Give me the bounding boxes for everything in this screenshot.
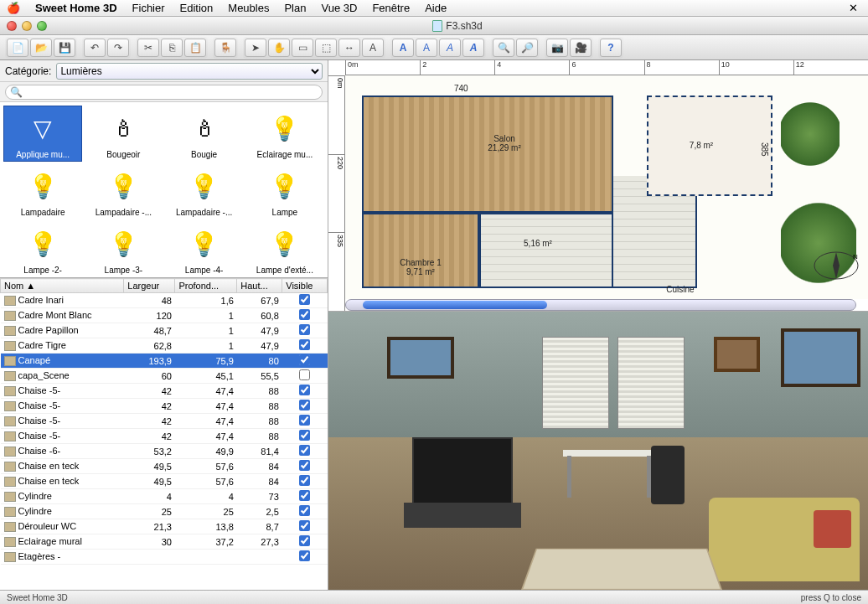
new-button[interactable]: 📄 bbox=[7, 39, 28, 57]
table-header[interactable]: Haut... bbox=[237, 279, 282, 293]
catalog-item[interactable]: 💡Lampe -3- bbox=[84, 221, 163, 277]
table-row[interactable]: Cylindre25252,5 bbox=[1, 504, 328, 519]
plan-view[interactable]: 0m24681012 0m220335 740 385 Salon21,29 m… bbox=[328, 60, 868, 312]
visible-checkbox[interactable] bbox=[299, 535, 310, 546]
apple-icon[interactable]: 🍎 bbox=[7, 2, 20, 14]
visible-checkbox[interactable] bbox=[299, 369, 310, 380]
zoom-out-button[interactable]: 🔎 bbox=[516, 39, 538, 57]
text-tool[interactable]: A bbox=[362, 39, 384, 57]
add-furniture-button[interactable]: 🪑 bbox=[214, 39, 236, 57]
category-select[interactable]: Lumières bbox=[56, 63, 323, 80]
table-row[interactable]: Cadre Inari481,667,9 bbox=[1, 293, 328, 308]
open-button[interactable]: 📂 bbox=[30, 39, 52, 57]
plan-canvas[interactable]: 740 385 Salon21,29 m² Chambre 19,71 m² 5… bbox=[345, 75, 868, 299]
catalog-thumb-icon: 💡 bbox=[261, 224, 308, 264]
plan-scrollbar-h[interactable] bbox=[345, 299, 856, 311]
furniture-table[interactable]: Nom ▲LargeurProfond...Haut...Visible Cad… bbox=[0, 278, 328, 590]
menu-app[interactable]: Sweet Home 3D bbox=[35, 2, 117, 14]
catalog-item[interactable]: 💡Lampe bbox=[245, 163, 324, 219]
undo-button[interactable]: ↶ bbox=[84, 39, 106, 57]
table-header[interactable]: Largeur bbox=[124, 279, 175, 293]
furniture-icon bbox=[4, 477, 16, 487]
visible-checkbox[interactable] bbox=[299, 475, 310, 486]
visible-checkbox[interactable] bbox=[299, 550, 310, 561]
table-row[interactable]: capa_Scene6045,155,5 bbox=[1, 369, 328, 384]
table-row[interactable]: Cadre Tigre62,8147,9 bbox=[1, 338, 328, 354]
menu-fenetre[interactable]: Fenêtre bbox=[372, 2, 410, 14]
table-row[interactable]: Chaise en teck49,557,684 bbox=[1, 474, 328, 489]
catalog-item[interactable]: 💡Lampadaire bbox=[3, 163, 82, 219]
visible-checkbox[interactable] bbox=[299, 505, 310, 516]
visible-checkbox[interactable] bbox=[299, 415, 310, 426]
help-button[interactable]: ? bbox=[600, 39, 622, 57]
catalog-item[interactable]: 💡Lampe -2- bbox=[3, 221, 82, 277]
table-row[interactable]: Chaise -5-4247,488 bbox=[1, 414, 328, 429]
catalog-item[interactable]: 💡Lampadaire -... bbox=[84, 163, 163, 219]
table-row[interactable]: Cadre Mont Blanc120160,8 bbox=[1, 308, 328, 323]
copy-button[interactable]: ⎘ bbox=[161, 39, 183, 57]
table-row[interactable]: Chaise -5-4247,488 bbox=[1, 384, 328, 399]
window-zoom-icon[interactable] bbox=[37, 21, 47, 31]
select-tool[interactable]: ➤ bbox=[245, 39, 266, 57]
table-row[interactable]: Cylindre4473 bbox=[1, 489, 328, 504]
redo-button[interactable]: ↷ bbox=[107, 39, 129, 57]
paste-button[interactable]: 📋 bbox=[184, 39, 206, 57]
zoom-in-button[interactable]: 🔍 bbox=[493, 39, 514, 57]
table-row[interactable]: Chaise -5-4247,488 bbox=[1, 429, 328, 444]
menu-aide[interactable]: Aide bbox=[425, 2, 447, 14]
table-row[interactable]: Etagères - bbox=[1, 550, 328, 565]
table-row[interactable]: Canapé193,975,980 bbox=[1, 354, 328, 369]
search-input[interactable] bbox=[5, 85, 323, 100]
table-row[interactable]: Cadre Papillon48,7147,9 bbox=[1, 323, 328, 338]
cut-button[interactable]: ✂ bbox=[137, 39, 159, 57]
menu-meubles[interactable]: Meubles bbox=[228, 2, 269, 14]
menu-edition[interactable]: Edition bbox=[180, 2, 214, 14]
visible-checkbox[interactable] bbox=[299, 354, 310, 365]
table-header[interactable]: Nom ▲ bbox=[1, 279, 124, 293]
visible-checkbox[interactable] bbox=[299, 400, 310, 410]
table-row[interactable]: Eclairage mural3037,227,3 bbox=[1, 534, 328, 550]
catalog-item[interactable]: 💡Lampe -4- bbox=[165, 221, 244, 277]
room-tool[interactable]: ⬚ bbox=[315, 39, 337, 57]
table-row[interactable]: Chaise -6-53,249,981,4 bbox=[1, 444, 328, 459]
menu-fichier[interactable]: Fichier bbox=[132, 2, 165, 14]
text-style-3[interactable]: A bbox=[439, 39, 461, 57]
visible-checkbox[interactable] bbox=[299, 309, 310, 320]
catalog-item[interactable]: 💡Lampe d'exté... bbox=[245, 221, 324, 277]
catalog-item[interactable]: 💡Eclairage mu... bbox=[245, 106, 324, 162]
photo-button[interactable]: 📷 bbox=[546, 39, 568, 57]
visible-checkbox[interactable] bbox=[299, 324, 310, 335]
table-header[interactable]: Visible bbox=[282, 279, 328, 293]
window-minimize-icon[interactable] bbox=[22, 21, 32, 31]
table-row[interactable]: Chaise -5-4247,488 bbox=[1, 399, 328, 414]
visible-checkbox[interactable] bbox=[299, 430, 310, 441]
table-row[interactable]: Dérouleur WC21,313,88,7 bbox=[1, 519, 328, 534]
menu-vue3d[interactable]: Vue 3D bbox=[321, 2, 357, 14]
visible-checkbox[interactable] bbox=[299, 445, 310, 456]
catalog-item[interactable]: 🕯Bougeoir bbox=[84, 106, 163, 162]
visible-checkbox[interactable] bbox=[299, 339, 310, 350]
save-button[interactable]: 💾 bbox=[54, 39, 75, 57]
table-row[interactable]: Chaise en teck49,557,684 bbox=[1, 459, 328, 474]
visible-checkbox[interactable] bbox=[299, 294, 310, 305]
visible-checkbox[interactable] bbox=[299, 460, 310, 471]
dimension-tool[interactable]: ↔ bbox=[338, 39, 360, 57]
close-icon[interactable]: ✕ bbox=[845, 2, 861, 14]
table-header[interactable]: Profond... bbox=[175, 279, 237, 293]
catalog-item[interactable]: 💡Lampadaire -... bbox=[165, 163, 244, 219]
text-style-2[interactable]: A bbox=[416, 39, 437, 57]
menu-plan[interactable]: Plan bbox=[284, 2, 306, 14]
window-close-icon[interactable] bbox=[7, 21, 17, 31]
catalog-item[interactable]: ▽Applique mu... bbox=[3, 106, 82, 162]
visible-checkbox[interactable] bbox=[299, 520, 310, 531]
visible-checkbox[interactable] bbox=[299, 385, 310, 395]
pan-tool[interactable]: ✋ bbox=[268, 39, 290, 57]
wall-tool[interactable]: ▭ bbox=[292, 39, 313, 57]
catalog-item[interactable]: 🕯Bougie bbox=[165, 106, 244, 162]
text-style-4[interactable]: A bbox=[462, 39, 484, 57]
video-button[interactable]: 🎥 bbox=[570, 39, 592, 57]
view-3d[interactable] bbox=[328, 312, 868, 590]
visible-checkbox[interactable] bbox=[299, 490, 310, 501]
tv-3d bbox=[412, 437, 513, 504]
text-style-1[interactable]: A bbox=[392, 39, 414, 57]
